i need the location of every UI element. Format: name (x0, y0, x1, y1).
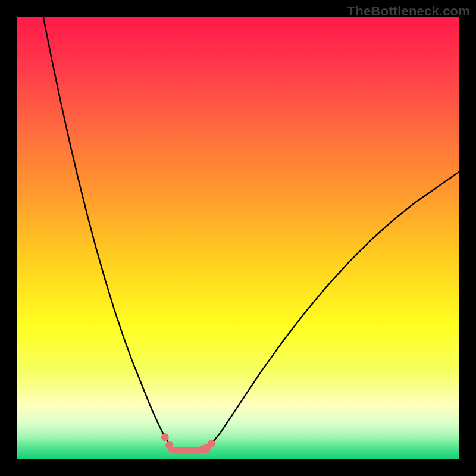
valley-dot-left (165, 441, 173, 449)
chart-svg (17, 17, 459, 459)
valley-dot-left-up (161, 433, 169, 441)
valley-dot-right-c (208, 440, 215, 447)
chart-plot-area (17, 17, 459, 459)
gradient-background (17, 17, 459, 459)
chart-frame: TheBottleneck.com (0, 0, 476, 476)
